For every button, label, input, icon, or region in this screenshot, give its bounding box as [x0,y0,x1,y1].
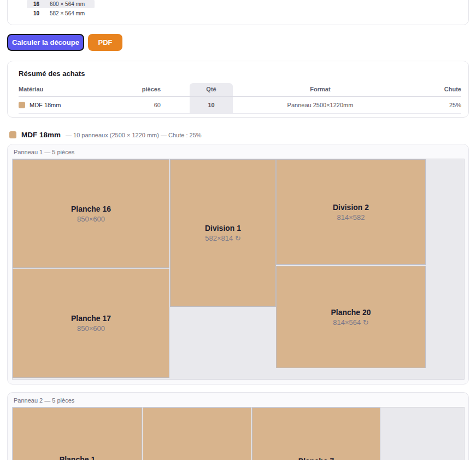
piece-dims: 582×814 ↻ [205,234,240,242]
cut-piece: Planche 17850×600 [13,269,169,378]
piece-name: Planche 17 [71,314,111,323]
cut-piece: Planche 1 [13,407,142,460]
piece-dims: 814×582 [337,213,365,222]
summary-col-pieces: pièces [139,83,167,97]
panel-label: Panneau 2 — 5 pièces [14,397,74,404]
material-name: MDF 18mm [21,131,61,139]
summary-format-cell: Panneau 2500×1220mm [233,97,408,114]
piece-name: Planche 7 [298,457,334,460]
summary-material-cell: MDF 18mm [19,97,139,114]
cut-piece: Division 1582×814 ↻ [170,159,276,307]
summary-col-waste: Chute [408,83,461,97]
summary-title: Résumé des achats [19,69,85,78]
panel-card: Panneau 1 — 5 piècesPlanche 16850×600Div… [7,144,469,385]
cut-list-row[interactable]: 10582 × 564 mm [27,9,95,18]
piece-name: Planche 1 [60,455,95,460]
calculate-cut-button[interactable]: Calculer la découpe [7,34,84,51]
summary-row: MDF 18mm6010Panneau 2500×1220mm25% [19,97,461,114]
cut-row-dims: 582 × 564 mm [50,10,85,16]
summary-table: Matériau pièces Qté Format Chute MDF 18m… [19,83,461,114]
cut-row-dims: 600 × 564 mm [50,1,85,7]
cut-piece: Planche 7 [252,407,380,460]
summary-col-qty: Qté [190,83,233,97]
material-label: MDF 18mm [30,102,61,108]
piece-dims: 814×564 ↻ [333,318,368,327]
material-section-header: MDF 18mm — 10 panneaux (2500 × 1220 mm) … [9,131,202,139]
material-details: — 10 panneaux (2500 × 1220 mm) — Chute :… [66,132,202,138]
material-color-swatch-icon [19,102,25,108]
piece-name: Planche 16 [71,205,111,213]
summary-col-format: Format [233,83,408,97]
summary-pieces-cell: 60 [139,97,167,114]
piece-dims: 850×600 [77,324,105,333]
piece-name: Division 1 [205,224,241,232]
cut-list-row[interactable]: 16600 × 564 mm [27,0,95,8]
material-color-swatch-icon [9,131,16,138]
panel-card: Panneau 2 — 5 piècesPlanche 1Planche 7 [7,392,469,460]
piece-dims: 850×600 [77,215,105,223]
cut-list-rows: 16600 × 564 mm10582 × 564 mm [27,0,95,19]
summary-qty-cell: 10 [190,97,233,114]
purchase-summary-card: Résumé des achats Matériau pièces Qté Fo… [7,61,469,118]
panel-sheet: Planche 16850×600Division 1582×814 ↻Divi… [12,159,465,380]
summary-col-material: Matériau [19,83,139,97]
cut-piece: Division 2814×582 [276,159,426,265]
summary-waste-cell: 25% [408,97,461,114]
cut-piece: Planche 16850×600 [13,159,169,268]
pdf-export-button[interactable]: PDF [88,34,122,51]
cut-piece [143,407,251,460]
cut-list-card: 16600 × 564 mm10582 × 564 mm [7,0,469,25]
piece-name: Division 2 [333,203,369,212]
cut-row-qty: 16 [31,1,39,7]
piece-name: Planche 20 [331,308,371,317]
cut-piece: Planche 20814×564 ↻ [276,266,426,368]
panel-sheet: Planche 1Planche 7 [12,407,465,460]
cut-row-qty: 10 [31,10,39,16]
panel-label: Panneau 1 — 5 pièces [14,149,74,155]
